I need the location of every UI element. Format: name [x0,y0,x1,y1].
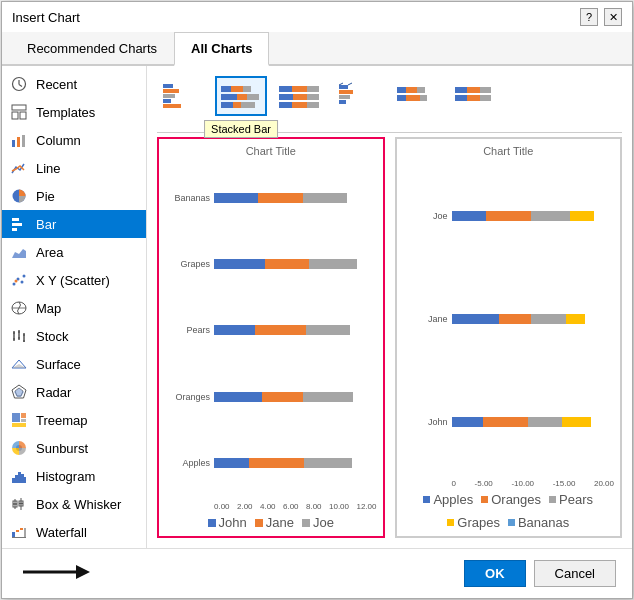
svg-line-89 [339,83,343,85]
sidebar-label-radar: Radar [36,385,71,400]
right-chart-preview[interactable]: Chart Title Joe Jane [395,137,623,538]
sidebar-label-line: Line [36,161,61,176]
x-axis-left: 0.00 2.00 4.00 6.00 8.00 10.00 12.00 [165,502,377,511]
sidebar-label-treemap: Treemap [36,413,88,428]
sidebar-item-surface[interactable]: Surface [2,350,146,378]
svg-rect-3 [12,105,26,110]
svg-rect-53 [20,528,23,530]
svg-rect-6 [12,140,15,147]
insert-chart-dialog: Insert Chart ? ✕ Recommended Charts All … [1,1,633,599]
table-row: Jane [407,314,611,324]
sidebar-item-stock[interactable]: Stock [2,322,146,350]
sidebar-item-map[interactable]: Map [2,294,146,322]
svg-marker-104 [76,565,90,579]
treemap-chart-icon [10,411,28,429]
svg-rect-63 [163,89,179,93]
bar-chart-icon [10,215,28,233]
svg-rect-74 [233,102,241,108]
svg-rect-44 [24,477,26,483]
sidebar-item-column[interactable]: Column [2,126,146,154]
table-row: Oranges [169,392,373,402]
svg-rect-5 [20,112,26,119]
sidebar-item-histogram[interactable]: Histogram [2,462,146,490]
sidebar-label-bar: Bar [36,217,56,232]
sidebar-item-treemap[interactable]: Treemap [2,406,146,434]
titlebar-icons: ? ✕ [580,8,622,26]
svg-rect-77 [292,86,307,92]
stacked-bar-btn[interactable]: Stacked Bar [215,76,267,116]
sidebar-item-recent[interactable]: Recent [2,70,146,98]
histogram-chart-icon [10,467,28,485]
sidebar-item-pie[interactable]: Pie [2,182,146,210]
clustered-bar-btn[interactable] [157,76,209,116]
3d-clustered-bar-btn[interactable] [331,76,383,116]
svg-rect-66 [163,104,181,108]
sidebar-item-waterfall[interactable]: Waterfall [2,518,146,546]
tab-all-charts[interactable]: All Charts [174,32,269,66]
svg-rect-36 [21,413,26,418]
svg-rect-64 [163,94,175,98]
svg-rect-96 [420,95,427,101]
radar-chart-icon [10,383,28,401]
svg-point-17 [23,275,26,278]
svg-marker-34 [14,388,24,397]
3d-100-stacked-bar-btn[interactable] [447,76,499,116]
svg-rect-93 [417,87,425,93]
help-icon[interactable]: ? [580,8,598,26]
table-row: Pears [169,325,373,335]
svg-rect-87 [339,95,350,99]
svg-rect-71 [237,94,247,100]
scatter-chart-icon [10,271,28,289]
sidebar-label-recent: Recent [36,77,77,92]
sidebar-item-bar[interactable]: Bar [2,210,146,238]
dialog-footer: OK Cancel [2,548,632,598]
close-icon[interactable]: ✕ [604,8,622,26]
svg-rect-72 [247,94,259,100]
100-stacked-bar-btn[interactable] [273,76,325,116]
line-chart-icon [10,159,28,177]
svg-rect-11 [12,223,22,226]
sidebar-item-sunburst[interactable]: Sunburst [2,434,146,462]
clock-icon [10,75,28,93]
ok-button[interactable]: OK [464,560,526,587]
svg-rect-62 [163,84,173,88]
sidebar-label-sunburst: Sunburst [36,441,88,456]
sidebar-item-templates[interactable]: Templates [2,98,146,126]
area-chart-icon [10,243,28,261]
sidebar-item-box-whisker[interactable]: Box & Whisker [2,490,146,518]
svg-rect-82 [279,102,292,108]
svg-rect-100 [455,95,467,101]
sidebar-item-xy-scatter[interactable]: X Y (Scatter) [2,266,146,294]
table-row: Grapes [169,259,373,269]
legend-dot [508,519,515,526]
legend-dot [255,519,263,527]
3d-stacked-bar-btn[interactable] [389,76,441,116]
sidebar-label-surface: Surface [36,357,81,372]
legend-dot [447,519,454,526]
left-chart-area: Bananas Grapes [165,161,377,500]
svg-rect-101 [467,95,480,101]
sidebar-item-area[interactable]: Area [2,238,146,266]
svg-rect-7 [17,137,20,147]
svg-rect-43 [21,474,24,483]
sidebar-item-line[interactable]: Line [2,154,146,182]
tab-recommended[interactable]: Recommended Charts [10,32,174,66]
svg-rect-80 [293,94,307,100]
sidebar-label-map: Map [36,301,61,316]
left-chart-title: Chart Title [165,145,377,157]
cancel-button[interactable]: Cancel [534,560,616,587]
box-chart-icon [10,495,28,513]
svg-rect-73 [221,102,233,108]
right-chart-legend: Apples Oranges Pears Grapes [403,492,615,530]
svg-rect-84 [307,102,319,108]
table-row: John [407,417,611,427]
left-chart-preview[interactable]: Chart Title Bananas Grapes [157,137,385,538]
sidebar-item-radar[interactable]: Radar [2,378,146,406]
svg-rect-52 [16,530,19,532]
svg-rect-97 [455,87,467,93]
charts-preview: Chart Title Bananas Grapes [157,137,622,538]
svg-line-2 [19,85,22,87]
sidebar-label-column: Column [36,133,81,148]
svg-rect-81 [307,94,319,100]
svg-rect-69 [243,86,251,92]
